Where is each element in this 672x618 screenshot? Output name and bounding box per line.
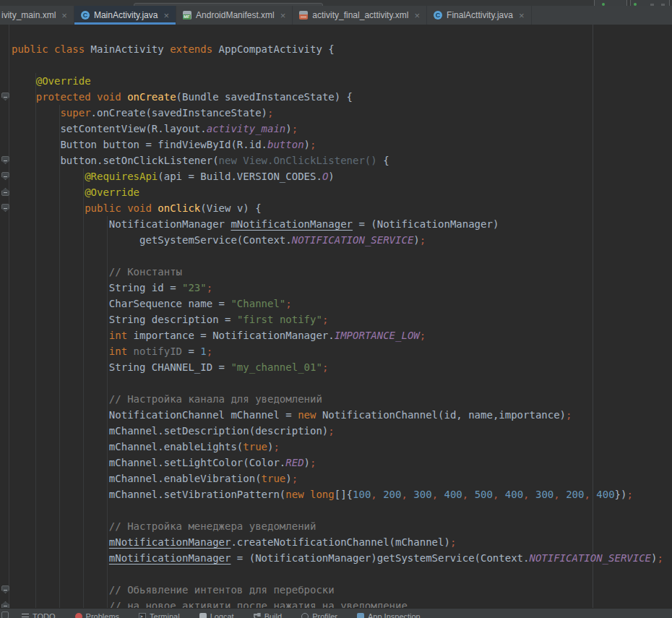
- toolwindow-button-terminal[interactable]: >Terminal: [139, 612, 180, 618]
- code-line: protected void onCreate(Bundle savedInst…: [12, 89, 672, 105]
- code-line: // Настройка канала для уведомлений: [12, 391, 672, 407]
- editor-tab-bar: ivity_main.xml×CMainActivity.java×MFAndr…: [0, 6, 672, 25]
- code-line: setContentView(R.layout.activity_main);: [12, 121, 672, 137]
- code-line: mNotificationManager = (NotificationMana…: [12, 550, 672, 566]
- logcat-icon: [199, 613, 207, 618]
- tab-label: FinalActtivity.java: [447, 10, 513, 20]
- toolwindow-quick-access-icon[interactable]: [1, 611, 9, 618]
- tab-label: AndroidManifest.xml: [196, 10, 275, 20]
- code-line: public void onClick(View v) {: [12, 200, 672, 216]
- code-line: int notifyID = 1;: [12, 343, 672, 359]
- code-line: CharSequence name = "Channel";: [12, 296, 672, 312]
- code-line: [12, 57, 672, 73]
- code-line: [12, 566, 672, 582]
- tab-mainactivity-java[interactable]: CMainActivity.java×: [74, 6, 176, 25]
- code-line: getSystemService(Context.NOTIFICATION_SE…: [12, 232, 672, 248]
- code-line: [12, 375, 672, 391]
- code-line: String CHANNEL_ID = "my_channel_01";: [12, 359, 672, 375]
- code-line: mNotificationManager.createNotificationC…: [12, 534, 672, 550]
- toolwindow-button-label: App Inspection: [368, 612, 421, 618]
- code-line: // Настройка менеджера уведомлений: [12, 518, 672, 534]
- close-icon[interactable]: ×: [61, 11, 67, 20]
- code-line: [12, 502, 672, 518]
- code-line: // Константы: [12, 264, 672, 280]
- build-icon: [254, 613, 261, 618]
- code-line: mChannel.setVibrationPattern(new long[]{…: [12, 486, 672, 502]
- toolwindow-button-todo[interactable]: TODO: [22, 612, 56, 618]
- code-line: button.setOnClickListener(new View.OnCli…: [12, 153, 672, 168]
- tab-label: activity_final_acttivity.xml: [312, 10, 408, 20]
- code-line: super.onCreate(savedInstanceState);: [12, 105, 672, 121]
- app-inspection-icon: [357, 613, 364, 618]
- layout-file-icon: [299, 11, 308, 20]
- code-line: // на новое активити после нажатия на ув…: [12, 598, 672, 608]
- code-line: [12, 248, 672, 264]
- toolwindow-button-label: TODO: [33, 612, 56, 618]
- ide-window: ivity_main.xml×CMainActivity.java×MFAndr…: [0, 0, 672, 618]
- close-icon[interactable]: ×: [415, 11, 421, 20]
- toolwindow-button-label: Problems: [86, 612, 119, 618]
- tab-androidmanifest-xml[interactable]: MFAndroidManifest.xml×: [176, 6, 293, 25]
- toolwindow-button-profiler[interactable]: Profiler: [301, 612, 337, 618]
- toolwindow-button-logcat[interactable]: Logcat: [199, 612, 234, 618]
- class-file-icon: C: [81, 11, 90, 20]
- tab-label: MainActivity.java: [94, 10, 158, 20]
- problems-icon: [75, 613, 82, 618]
- code-line: int importance = NotificationManager.IMP…: [12, 327, 672, 343]
- code-line: String description = "first notify";: [12, 312, 672, 327]
- code-line: @RequiresApi(api = Build.VERSION_CODES.O…: [12, 168, 672, 184]
- main-toolbar-strip: [0, 0, 672, 6]
- code-line: Button button = findViewById(R.id.button…: [12, 137, 672, 153]
- class-file-icon: C: [434, 11, 442, 20]
- code-line: mChannel.setLightColor(Color.RED);: [12, 455, 672, 471]
- close-icon[interactable]: ×: [519, 11, 525, 20]
- code-line: mChannel.enableLights(true);: [12, 439, 672, 455]
- code-line: @Override: [12, 184, 672, 200]
- code-line: String id = "23";: [12, 280, 672, 296]
- profiler-icon: [301, 613, 309, 618]
- close-icon[interactable]: ×: [163, 11, 169, 20]
- device-selector-button[interactable]: [594, 0, 627, 6]
- code-line: @Override: [12, 73, 672, 89]
- code-line: mChannel.setDescription(description);: [12, 423, 672, 439]
- close-icon[interactable]: ×: [280, 11, 286, 20]
- run-actions-group[interactable]: [630, 0, 670, 6]
- toolwindow-button-label: Profiler: [312, 612, 337, 618]
- toolwindow-button-problems[interactable]: Problems: [75, 612, 119, 618]
- code-editor[interactable]: public class MainActivity extends AppCom…: [0, 25, 672, 608]
- todo-icon: [22, 614, 29, 618]
- tab-finalacttivity-java[interactable]: CFinalActtivity.java×: [427, 6, 531, 25]
- code-area[interactable]: public class MainActivity extends AppCom…: [0, 25, 672, 608]
- code-line: public class MainActivity extends AppCom…: [12, 41, 672, 57]
- tab-activity-final-acttivity-xml[interactable]: activity_final_acttivity.xml×: [293, 6, 427, 25]
- terminal-icon: >: [139, 613, 146, 618]
- code-line: mChannel.enableVibration(true);: [12, 471, 672, 486]
- code-line: NotificationManager mNotificationManager…: [12, 216, 672, 232]
- code-line: NotificationChannel mChannel = new Notif…: [12, 407, 672, 423]
- toolwindow-button-app-inspection[interactable]: App Inspection: [357, 612, 421, 618]
- toolwindow-button-label: Terminal: [150, 612, 180, 618]
- toolwindow-button-label: Logcat: [210, 612, 234, 618]
- toolwindow-button-build[interactable]: Build: [254, 612, 282, 618]
- manifest-file-icon: MF: [183, 11, 191, 20]
- toolwindow-button-label: Build: [264, 612, 282, 618]
- tab-ivity-main-xml[interactable]: ivity_main.xml×: [0, 6, 74, 25]
- code-line: // Обьявление интентов для переброски: [12, 582, 672, 598]
- tool-window-bar: TODOProblems>TerminalLogcatBuildProfiler…: [0, 608, 672, 618]
- tab-label: ivity_main.xml: [1, 10, 56, 20]
